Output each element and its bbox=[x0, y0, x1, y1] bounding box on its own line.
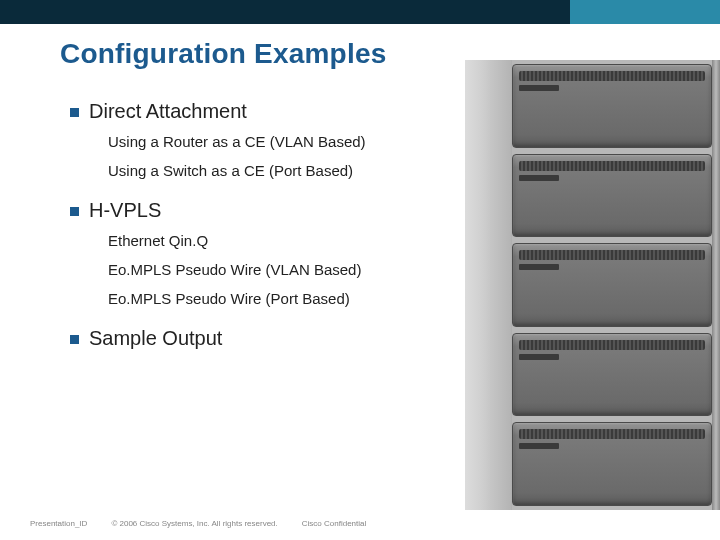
sub-item: Eo.MPLS Pseudo Wire (Port Based) bbox=[108, 288, 460, 309]
server-unit bbox=[512, 243, 712, 327]
top-bar bbox=[0, 0, 720, 24]
server-rack-image bbox=[465, 60, 720, 510]
rack-column bbox=[512, 60, 712, 510]
slide-title: Configuration Examples bbox=[60, 38, 386, 70]
sub-item: Eo.MPLS Pseudo Wire (VLAN Based) bbox=[108, 259, 460, 280]
section-heading: Sample Output bbox=[70, 327, 460, 350]
top-bar-accent bbox=[570, 0, 720, 24]
section-hvpls: H-VPLS Ethernet Qin.Q Eo.MPLS Pseudo Wir… bbox=[70, 199, 460, 309]
bullet-icon bbox=[70, 335, 79, 344]
footer-confidential: Cisco Confidential bbox=[302, 519, 366, 528]
server-unit bbox=[512, 64, 712, 148]
heading-text: Direct Attachment bbox=[89, 100, 247, 123]
content-area: Direct Attachment Using a Router as a CE… bbox=[70, 100, 460, 368]
bullet-icon bbox=[70, 108, 79, 117]
server-unit bbox=[512, 422, 712, 506]
footer-presentation-id: Presentation_ID bbox=[30, 519, 87, 528]
sub-item: Using a Router as a CE (VLAN Based) bbox=[108, 131, 460, 152]
section-heading: H-VPLS bbox=[70, 199, 460, 222]
section-direct-attachment: Direct Attachment Using a Router as a CE… bbox=[70, 100, 460, 181]
rack-shadow bbox=[465, 60, 511, 510]
server-unit bbox=[512, 333, 712, 417]
sub-item: Ethernet Qin.Q bbox=[108, 230, 460, 251]
server-unit bbox=[512, 154, 712, 238]
bullet-icon bbox=[70, 207, 79, 216]
section-sample-output: Sample Output bbox=[70, 327, 460, 350]
footer: Presentation_ID © 2006 Cisco Systems, In… bbox=[30, 519, 690, 528]
section-heading: Direct Attachment bbox=[70, 100, 460, 123]
footer-copyright: © 2006 Cisco Systems, Inc. All rights re… bbox=[111, 519, 277, 528]
sub-item: Using a Switch as a CE (Port Based) bbox=[108, 160, 460, 181]
heading-text: H-VPLS bbox=[89, 199, 161, 222]
slide: Configuration Examples Direct Attachment… bbox=[0, 0, 720, 540]
heading-text: Sample Output bbox=[89, 327, 222, 350]
rack-rail bbox=[712, 60, 720, 510]
